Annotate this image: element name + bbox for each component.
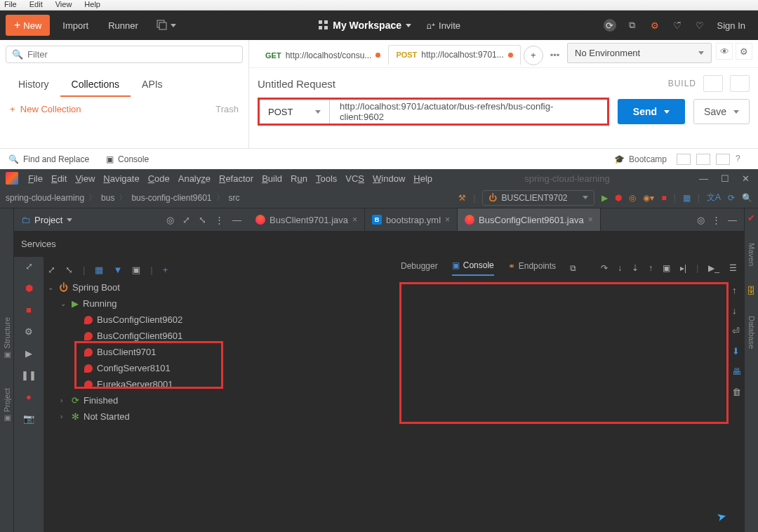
sync-off-icon[interactable]: ⟳ bbox=[604, 19, 616, 32]
play-icon[interactable]: ▶ bbox=[25, 348, 32, 359]
env-settings-icon[interactable]: ⚙ bbox=[736, 43, 752, 60]
tree-notstarted-node[interactable]: ›✻ Not Started bbox=[44, 408, 394, 425]
run-to-cursor-icon[interactable]: ▸| bbox=[680, 263, 686, 273]
comments-icon[interactable] bbox=[703, 75, 723, 92]
tree-app-3[interactable]: ConfigServer8101 bbox=[44, 360, 394, 376]
heart-icon[interactable]: ♡ bbox=[693, 19, 706, 32]
step-out-icon[interactable]: ↑ bbox=[649, 263, 653, 273]
capture-icon[interactable]: ⧉ bbox=[626, 19, 639, 32]
debug-icon[interactable]: ⬢ bbox=[615, 193, 622, 203]
new-button[interactable]: +New bbox=[6, 15, 50, 36]
update-icon[interactable]: ⟳ bbox=[728, 193, 735, 203]
minimize-icon[interactable]: — bbox=[699, 173, 708, 184]
console-button[interactable]: ▣Console bbox=[106, 154, 149, 164]
close-icon[interactable]: ✕ bbox=[742, 173, 750, 184]
filter-box[interactable]: 🔍 bbox=[6, 46, 243, 63]
evaluate-icon[interactable]: ▶_ bbox=[708, 263, 719, 273]
hide-icon[interactable]: — bbox=[232, 215, 241, 225]
coverage-icon[interactable]: ◎ bbox=[629, 193, 636, 203]
invite-button[interactable]: ⩍⁺ Invite bbox=[421, 18, 466, 34]
settings-icon[interactable]: ⋮ bbox=[215, 215, 224, 225]
bootcamp-button[interactable]: 🎓Bootcamp bbox=[614, 154, 667, 164]
tree-app-4[interactable]: EurekaServer8001 bbox=[44, 376, 394, 392]
new-tab-button[interactable]: + bbox=[524, 46, 543, 65]
windows-dropdown[interactable] bbox=[151, 17, 182, 34]
environment-selector[interactable]: No Environment bbox=[567, 43, 712, 63]
editor-tab-0[interactable]: BusClient9701.java× bbox=[248, 208, 365, 231]
debug-icon[interactable]: ⬢ bbox=[25, 283, 33, 293]
pause-icon[interactable]: ❚❚ bbox=[21, 370, 36, 380]
camera-icon[interactable]: 📷 bbox=[23, 413, 34, 424]
settings-icon[interactable]: ⚙ bbox=[649, 19, 661, 32]
help-icon[interactable]: ? bbox=[736, 154, 750, 165]
hammer-icon[interactable]: ⚒ bbox=[458, 193, 466, 203]
tree-app-2[interactable]: BusClient9701 bbox=[44, 344, 394, 360]
pane-layout-3-icon[interactable] bbox=[716, 154, 730, 165]
tree-app-1[interactable]: BusConfigClient9601 bbox=[44, 328, 394, 344]
drop-frame-icon[interactable]: ▣ bbox=[663, 263, 670, 273]
tab-apis[interactable]: APIs bbox=[131, 73, 174, 97]
console-tab[interactable]: ▣Console bbox=[452, 260, 494, 276]
download-icon[interactable]: ⬇ bbox=[732, 346, 741, 357]
tree-finished-node[interactable]: ›⟳ Finished bbox=[44, 392, 394, 408]
menu-edit[interactable]: Edit bbox=[29, 0, 43, 10]
search-icon[interactable]: 🔍 bbox=[742, 193, 752, 203]
expand-all-icon[interactable]: ⤢ bbox=[25, 261, 33, 272]
menu-file[interactable]: File bbox=[4, 0, 17, 10]
filter-input[interactable] bbox=[27, 49, 237, 60]
request-tab-0[interactable]: GET http://localhost/consu... bbox=[258, 46, 388, 65]
docs-icon[interactable] bbox=[730, 75, 750, 92]
maven-icon[interactable]: ✔ bbox=[747, 213, 755, 223]
database-icon[interactable]: 🗄 bbox=[747, 286, 756, 296]
run-icon[interactable]: ▶ bbox=[601, 193, 608, 203]
menu-code[interactable]: Code bbox=[145, 172, 173, 185]
trace-icon[interactable]: ☰ bbox=[729, 263, 737, 273]
env-quicklook-icon[interactable]: 👁 bbox=[716, 43, 733, 60]
tab-collections[interactable]: Collections bbox=[60, 73, 131, 97]
menu-help[interactable]: Help bbox=[84, 0, 100, 10]
signin-button[interactable]: Sign In bbox=[710, 16, 752, 35]
step-over-icon[interactable]: ↷ bbox=[601, 263, 608, 273]
menu-file[interactable]: File bbox=[25, 172, 46, 185]
settings-icon[interactable]: ⚙ bbox=[25, 326, 33, 337]
filter-icon[interactable]: ▼ bbox=[113, 265, 122, 275]
menu-edit[interactable]: Edit bbox=[48, 172, 69, 185]
menu-run[interactable]: Run bbox=[288, 172, 310, 185]
menu-vcs[interactable]: VCS bbox=[343, 172, 367, 185]
tree-app-0[interactable]: BusConfigClient9602 bbox=[44, 312, 394, 328]
project-tool-button[interactable]: ▣ Project bbox=[2, 388, 11, 423]
menu-help[interactable]: Help bbox=[411, 172, 435, 185]
menu-analyze[interactable]: Analyze bbox=[175, 172, 213, 185]
add-icon[interactable]: + bbox=[163, 265, 168, 275]
trash-link[interactable]: Trash bbox=[215, 104, 239, 114]
menu-tools[interactable]: Tools bbox=[313, 172, 340, 185]
target-icon[interactable]: ◎ bbox=[697, 215, 705, 225]
send-button[interactable]: Send bbox=[618, 99, 685, 124]
debugger-tab[interactable]: Debugger bbox=[401, 261, 438, 275]
menu-window[interactable]: Window bbox=[370, 172, 408, 185]
stop-icon[interactable]: ■ bbox=[26, 305, 32, 315]
endpoints-tab[interactable]: ⚭Endpoints bbox=[508, 261, 556, 275]
runner-button[interactable]: Runner bbox=[101, 16, 145, 35]
build-label[interactable]: BUILD bbox=[668, 79, 696, 88]
menu-refactor[interactable]: Refactor bbox=[216, 172, 256, 185]
project-structure-icon[interactable]: ▦ bbox=[683, 193, 691, 203]
maximize-icon[interactable]: ☐ bbox=[721, 173, 729, 184]
url-input[interactable]: http://localhost:9701/actuator/bus-refre… bbox=[330, 101, 607, 122]
scroll-down-icon[interactable]: ↓ bbox=[732, 305, 741, 316]
scroll-up-icon[interactable]: ↑ bbox=[732, 285, 741, 295]
options-icon[interactable]: ⋮ bbox=[712, 215, 721, 225]
pane-layout-2-icon[interactable] bbox=[696, 154, 710, 165]
layout-icon[interactable]: ▣ bbox=[132, 265, 140, 275]
target-icon[interactable]: ◎ bbox=[166, 215, 174, 225]
close-tab-icon[interactable]: × bbox=[445, 215, 450, 225]
new-collection-link[interactable]: + New Collection bbox=[10, 104, 81, 114]
request-tab-1[interactable]: POST http://localhost:9701... bbox=[388, 45, 520, 65]
step-into-icon[interactable]: ↓ bbox=[618, 263, 622, 273]
menu-navigate[interactable]: Navigate bbox=[100, 172, 142, 185]
menu-view[interactable]: View bbox=[55, 0, 72, 10]
close-tab-icon[interactable]: × bbox=[352, 215, 357, 225]
soft-wrap-icon[interactable]: ⏎ bbox=[732, 326, 741, 336]
database-tool-button[interactable]: Database bbox=[747, 316, 756, 349]
record-icon[interactable]: ● bbox=[26, 392, 32, 402]
